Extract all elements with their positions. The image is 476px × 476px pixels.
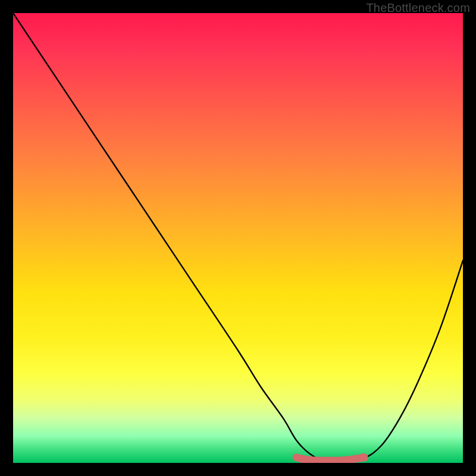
chart-svg: [13, 13, 463, 463]
highlight-segment-path: [296, 458, 364, 461]
watermark-text: TheBottleneck.com: [366, 1, 470, 15]
chart-container: TheBottleneck.com: [0, 0, 476, 476]
bottleneck-curve-path: [13, 13, 463, 463]
highlight-end-dot: [360, 453, 368, 462]
